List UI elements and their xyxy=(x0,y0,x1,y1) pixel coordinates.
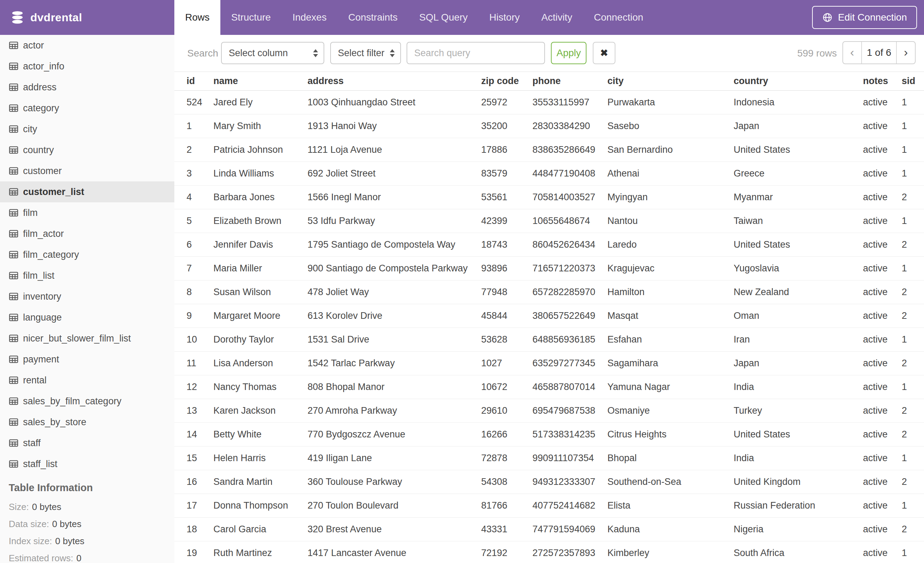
globe-icon xyxy=(822,12,832,23)
column-header-city[interactable]: city xyxy=(608,72,734,91)
column-header-sid[interactable]: sid xyxy=(902,72,924,91)
sidebar-item-country[interactable]: country xyxy=(0,140,174,161)
cell-id: 2 xyxy=(174,138,213,162)
sidebar-item-sales-by-film-category[interactable]: sales_by_film_category xyxy=(0,391,174,411)
sidebar-item-film-category[interactable]: film_category xyxy=(0,244,174,265)
sidebar-item-label: city xyxy=(23,124,37,135)
sidebar-item-staff[interactable]: staff xyxy=(0,432,174,453)
table-info-value: 0 xyxy=(76,553,81,563)
sidebar-item-rental[interactable]: rental xyxy=(0,370,174,391)
clear-search-button[interactable]: ✖ xyxy=(593,42,615,64)
sidebar-item-category[interactable]: category xyxy=(0,98,174,119)
cell-id: 4 xyxy=(174,186,213,209)
table-row[interactable]: 4Barbara Jones1566 Inegl Manor5356170581… xyxy=(174,186,924,209)
table-row[interactable]: 15Helen Harris419 Iligan Lane72878990911… xyxy=(174,446,924,470)
column-header-id[interactable]: id xyxy=(174,72,213,91)
cell-name: Betty White xyxy=(213,423,308,446)
table-row[interactable]: 8Susan Wilson478 Joliet Way7794865728228… xyxy=(174,281,924,304)
sidebar-item-actor[interactable]: actor xyxy=(0,35,174,56)
sidebar-item-payment[interactable]: payment xyxy=(0,349,174,370)
sidebar-item-address[interactable]: address xyxy=(0,77,174,98)
sidebar-item-nicer-but-slower-film-list[interactable]: nicer_but_slower_film_list xyxy=(0,328,174,349)
table-row[interactable]: 16Sandra Martin360 Toulouse Parkway54308… xyxy=(174,470,924,494)
pagination: ‹ 1 of 6 › xyxy=(842,41,916,64)
table-row[interactable]: 19Ruth Martinez1417 Lancaster Avenue7219… xyxy=(174,541,924,563)
table-row[interactable]: 17Donna Thompson270 Toulon Boulevard8176… xyxy=(174,494,924,518)
tab-indexes[interactable]: Indexes xyxy=(282,0,338,35)
apply-button[interactable]: Apply xyxy=(551,42,586,64)
sidebar-item-actor-info[interactable]: actor_info xyxy=(0,56,174,77)
cell-notes: active xyxy=(863,518,902,541)
column-header-address[interactable]: address xyxy=(308,72,481,91)
column-header-name[interactable]: name xyxy=(213,72,308,91)
column-header-notes[interactable]: notes xyxy=(863,72,902,91)
cell-zip-code: 16266 xyxy=(481,423,532,446)
sidebar-item-film-actor[interactable]: film_actor xyxy=(0,223,174,244)
sidebar-item-customer[interactable]: customer xyxy=(0,161,174,182)
cell-name: Barbara Jones xyxy=(213,186,308,209)
edit-connection-button[interactable]: Edit Connection xyxy=(812,6,917,29)
table-row[interactable]: 6Jennifer Davis1795 Santiago de Composte… xyxy=(174,233,924,257)
tab-activity[interactable]: Activity xyxy=(530,0,583,35)
table-row[interactable]: 11Lisa Anderson1542 Tarlac Parkway102763… xyxy=(174,351,924,375)
tab-rows[interactable]: Rows xyxy=(174,0,220,35)
table-info-label: Index size: xyxy=(9,536,52,546)
sidebar: actoractor_infoaddresscategorycitycountr… xyxy=(0,35,174,563)
table-row[interactable]: 5Elizabeth Brown53 Idfu Parkway423991065… xyxy=(174,209,924,233)
sidebar-item-staff-list[interactable]: staff_list xyxy=(0,453,174,474)
table-row[interactable]: 3Linda Williams692 Joliet Street83579448… xyxy=(174,162,924,186)
tab-sql-query[interactable]: SQL Query xyxy=(408,0,478,35)
sidebar-item-label: payment xyxy=(23,354,59,365)
tab-structure[interactable]: Structure xyxy=(220,0,282,35)
column-header-zip-code[interactable]: zip code xyxy=(481,72,532,91)
table-row[interactable]: 7Maria Miller900 Santiago de Compostela … xyxy=(174,257,924,281)
sidebar-item-customer-list[interactable]: customer_list xyxy=(0,182,174,202)
cell-country: Myanmar xyxy=(734,186,863,209)
tab-connection[interactable]: Connection xyxy=(583,0,654,35)
table-row[interactable]: 2Patricia Johnson1121 Loja Avenue1788683… xyxy=(174,138,924,162)
table-row[interactable]: 9Margaret Moore613 Korolev Drive45844380… xyxy=(174,304,924,328)
next-page-button[interactable]: › xyxy=(897,42,915,63)
table-info-estimated-rows-: Estimated rows:0 xyxy=(9,550,174,563)
cell-name: Mary Smith xyxy=(213,114,308,138)
cell-address: 1531 Sal Drive xyxy=(308,328,481,351)
column-header-phone[interactable]: phone xyxy=(532,72,608,91)
cell-name: Susan Wilson xyxy=(213,281,308,304)
table-row[interactable]: 13Karen Jackson270 Amroha Parkway2961069… xyxy=(174,399,924,423)
sidebar-item-inventory[interactable]: inventory xyxy=(0,286,174,307)
sidebar-item-film[interactable]: film xyxy=(0,202,174,223)
table-icon xyxy=(9,417,18,427)
cell-country: Turkey xyxy=(734,399,863,423)
column-select[interactable]: Select column xyxy=(221,42,324,64)
table-row[interactable]: 1Mary Smith1913 Hanoi Way352002830338429… xyxy=(174,114,924,138)
cell-phone: 860452626434 xyxy=(532,233,608,257)
cell-zip-code: 81766 xyxy=(481,494,532,518)
sidebar-item-film-list[interactable]: film_list xyxy=(0,265,174,286)
cell-sid: 1 xyxy=(902,541,924,563)
page-indicator: 1 of 6 xyxy=(861,42,897,63)
table-row[interactable]: 14Betty White770 Bydgoszcz Avenue1626651… xyxy=(174,423,924,446)
prev-page-button[interactable]: ‹ xyxy=(843,42,861,63)
sidebar-item-language[interactable]: language xyxy=(0,307,174,328)
cell-address: 270 Amroha Parkway xyxy=(308,399,481,423)
cell-sid: 2 xyxy=(902,186,924,209)
table-row[interactable]: 18Carol Garcia320 Brest Avenue4333174779… xyxy=(174,518,924,541)
table-row[interactable]: 10Dorothy Taylor1531 Sal Drive5362864885… xyxy=(174,328,924,351)
cell-id: 8 xyxy=(174,281,213,304)
search-query-input[interactable] xyxy=(406,42,545,64)
table-row[interactable]: 12Nancy Thomas808 Bhopal Manor1067246588… xyxy=(174,375,924,399)
sidebar-item-sales-by-store[interactable]: sales_by_store xyxy=(0,411,174,432)
filter-select[interactable]: Select filter xyxy=(330,42,401,64)
sidebar-item-city[interactable]: city xyxy=(0,119,174,140)
cell-city: San Bernardino xyxy=(608,138,734,162)
column-header-country[interactable]: country xyxy=(734,72,863,91)
table-row[interactable]: 524Jared Ely1003 Qinhuangdao Street25972… xyxy=(174,91,924,114)
cell-name: Elizabeth Brown xyxy=(213,209,308,233)
cell-city: Laredo xyxy=(608,233,734,257)
cell-city: Elista xyxy=(608,494,734,518)
cell-address: 478 Joliet Way xyxy=(308,281,481,304)
tab-history[interactable]: History xyxy=(478,0,530,35)
table-info-size-: Size:0 bytes xyxy=(9,498,174,516)
tab-constraints[interactable]: Constraints xyxy=(338,0,409,35)
cell-notes: active xyxy=(863,541,902,563)
